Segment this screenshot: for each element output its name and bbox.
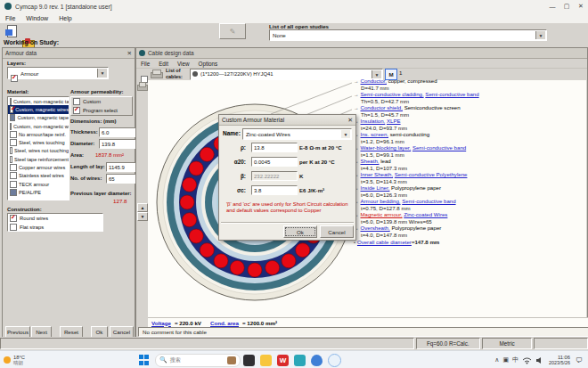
flat-straps-checkbox[interactable] — [10, 224, 17, 231]
material-item[interactable]: Steel, wires touching — [8, 138, 69, 146]
layers-combo[interactable]: Armour ▼ — [7, 67, 109, 79]
material-item[interactable]: TECK armour — [8, 180, 69, 188]
start-button[interactable] — [139, 355, 150, 365]
new-study-icon[interactable] — [5, 24, 19, 37]
menu-help[interactable]: Help — [53, 15, 77, 21]
custom-checkbox[interactable] — [73, 98, 80, 105]
tray-device-icon[interactable]: ▣ — [502, 356, 509, 364]
tray-expand-icon[interactable]: ∧ — [494, 356, 499, 364]
material-item[interactable]: Custom, non-magnetic wires — [8, 122, 69, 130]
layer-material-link[interactable]: Semi-conductive band — [402, 198, 455, 204]
maximize-button[interactable]: ▢ — [559, 1, 574, 12]
layer-name-link[interactable]: Armour bedding, — [361, 198, 401, 204]
material-item-selected[interactable]: Custom, magnetic wires — [8, 105, 69, 113]
layer-name-link[interactable]: Ins. screen, — [361, 131, 389, 137]
magnet-icon[interactable] — [10, 114, 15, 121]
layer-material-link[interactable]: Zinc-coated Wires — [404, 211, 447, 217]
material-item[interactable]: Stainless steel wires — [8, 172, 69, 180]
cable-menu-options[interactable]: Options — [194, 61, 223, 67]
wps-icon[interactable]: W — [277, 355, 289, 366]
material-item[interactable]: Custom, non-magnetic tape — [8, 97, 69, 105]
layer-name-link[interactable]: Sheath, — [361, 158, 380, 164]
dialog-cancel-button[interactable]: Cancel — [320, 225, 354, 238]
overall-diameter-link[interactable]: Overall cable diameter — [357, 239, 412, 245]
photos-app-icon[interactable] — [294, 355, 306, 366]
checkbox-icon[interactable] — [10, 106, 13, 113]
cable-menu-edit[interactable]: Edit — [154, 61, 173, 67]
material-item[interactable]: Steel tape reinforcement — [8, 155, 69, 163]
cable-menu-file[interactable]: File — [136, 61, 154, 67]
checkbox-icon[interactable] — [10, 98, 12, 105]
magnetic-armour-link[interactable]: Magnetic armour, — [361, 211, 403, 217]
material-item[interactable]: Copper armour wires — [8, 163, 69, 171]
voltage-link[interactable]: Voltage — [151, 320, 171, 326]
taskbar-app-desktop-icon[interactable] — [243, 355, 255, 366]
close-icon[interactable]: ✕ — [347, 117, 353, 124]
layer-material-link[interactable]: Semi-conductive band — [425, 91, 478, 97]
material-name-combo[interactable]: Zinc-coated Wires ▼ — [242, 128, 352, 140]
checkbox-icon[interactable] — [10, 172, 17, 179]
print-cable-icon[interactable] — [137, 82, 147, 90]
material-item[interactable]: No armour/tape reinf. — [8, 130, 69, 138]
layer-name-link[interactable]: Conductor shield, — [361, 104, 403, 110]
close-icon[interactable]: ✕ — [127, 50, 132, 57]
notification-center-icon[interactable]: 🗩 — [576, 356, 583, 364]
layer-material-link[interactable]: Semi-conductive Polyethylene — [395, 171, 468, 177]
rho-input[interactable]: 13.8 — [251, 143, 298, 152]
wifi-icon[interactable] — [522, 356, 532, 364]
file-explorer-icon[interactable] — [260, 355, 272, 366]
chevron-down-icon[interactable]: ▼ — [341, 130, 350, 138]
checkbox-icon[interactable] — [10, 181, 17, 188]
study-tool-button[interactable]: ✎ — [219, 23, 246, 39]
layer-material-link[interactable]: XLPE — [387, 118, 401, 124]
sigma-input[interactable]: 3.8 — [251, 185, 298, 195]
menu-window[interactable]: Window — [20, 15, 53, 21]
no-of-wires-input[interactable]: 65 — [106, 174, 136, 184]
layer-name-link[interactable]: Inner Sheath, — [361, 171, 394, 177]
menu-file[interactable]: File — [0, 15, 20, 21]
close-button[interactable]: ✕ — [574, 1, 588, 12]
checkbox-icon[interactable] — [10, 123, 12, 130]
minimize-button[interactable]: — — [545, 1, 559, 12]
cable-menu-view[interactable]: View — [173, 61, 194, 67]
thickness-input[interactable]: 6.0 — [99, 127, 136, 137]
layer-name-link[interactable]: Inside Liner, — [361, 184, 390, 191]
material-item[interactable]: Steel, wires not touching — [8, 147, 69, 155]
arrow-icon: → — [354, 78, 359, 84]
layer-name-link[interactable]: Semi-conductive cladding, — [361, 91, 424, 97]
clock-widget[interactable]: 11:06 2023/5/26 — [549, 355, 570, 365]
studies-combo[interactable]: None ▼ — [269, 29, 547, 41]
printer-icon[interactable] — [151, 69, 162, 78]
material-item[interactable]: Custom, magnetic tape — [8, 114, 69, 122]
input-method-icon[interactable]: 中 — [512, 356, 519, 364]
weather-widget[interactable]: 18°C 晴朗 — [4, 355, 25, 365]
layer-name-link[interactable]: Conductor, — [361, 78, 387, 84]
magnet-icon[interactable] — [10, 189, 17, 196]
layer-name-link[interactable]: Insulation, — [361, 118, 386, 124]
dialog-titlebar[interactable]: Custom Armour Material ✕ — [219, 115, 355, 126]
program-select-checkbox[interactable] — [73, 107, 80, 114]
length-of-lay-input[interactable]: 1145.9 — [106, 162, 136, 172]
checkbox-icon[interactable] — [10, 147, 12, 154]
layer-name-link[interactable]: Water-blocking layer, — [361, 144, 412, 151]
browser-icon[interactable] — [328, 354, 341, 367]
scroll-up-button[interactable]: ▲ — [137, 203, 148, 212]
layer-name-link[interactable]: Oversheath, — [361, 225, 390, 231]
layer-material-link[interactable]: Semi-conductive band — [412, 144, 466, 151]
cond-area-link[interactable]: Cond. area — [210, 320, 239, 326]
alpha20-input[interactable]: 0.0045 — [251, 157, 298, 167]
search-box[interactable]: 🔍 搜索 — [155, 354, 241, 367]
dialog-ok-button[interactable]: Ok — [283, 225, 317, 238]
security-shield-icon[interactable] — [311, 355, 323, 366]
chevron-down-icon[interactable]: ▼ — [97, 69, 107, 78]
checkbox-icon[interactable] — [10, 139, 17, 146]
scroll-down-button[interactable]: ▼ — [137, 212, 148, 221]
checkbox-icon[interactable] — [10, 164, 17, 171]
checkbox-icon[interactable] — [10, 156, 12, 163]
volume-icon[interactable] — [535, 356, 543, 364]
chevron-down-icon[interactable]: ▼ — [535, 31, 545, 39]
checkbox-icon[interactable] — [10, 131, 17, 138]
round-wires-checkbox[interactable] — [10, 215, 17, 222]
material-item[interactable]: PE/AL/PE — [8, 188, 69, 196]
diameter-input[interactable]: 139.8 — [99, 139, 136, 149]
